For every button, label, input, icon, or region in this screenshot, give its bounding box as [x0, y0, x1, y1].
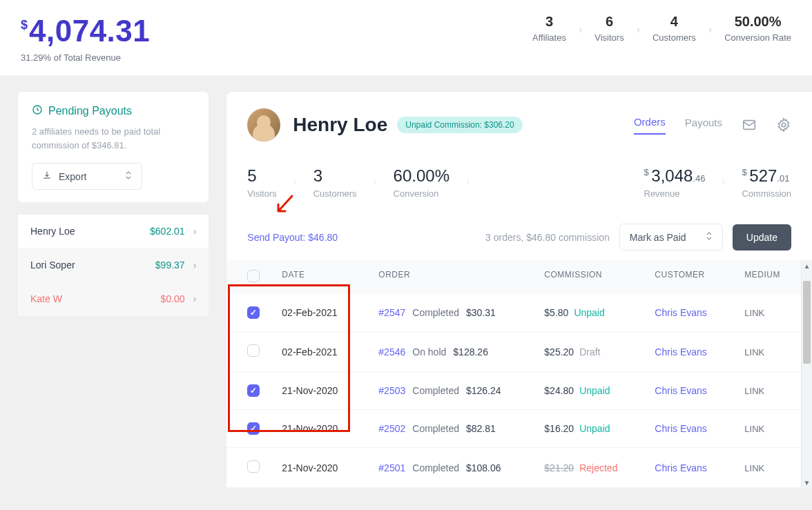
mail-icon[interactable]: [742, 117, 757, 133]
tab-orders[interactable]: Orders: [634, 116, 666, 135]
send-payout-link[interactable]: Send Payout: $46.80: [247, 232, 338, 243]
customer-link[interactable]: Chris Evans: [655, 346, 706, 357]
stat-value: $ 527.01: [742, 166, 791, 186]
pending-payouts-text: 2 affiliates needs to be paid total comm…: [32, 125, 195, 152]
commission-amount: $5.80: [544, 307, 568, 318]
revenue-stat: $ 3,048.46Revenue: [644, 166, 706, 199]
affiliate-stats: 5Visitors›3Customers›60.00%Conversion›$ …: [226, 154, 812, 215]
row-checkbox[interactable]: [247, 460, 260, 473]
cell-date: 02-Feb-2021: [282, 307, 378, 318]
order-status: Completed: [412, 423, 459, 434]
svg-point-2: [782, 123, 786, 127]
stat-label: Customers: [313, 188, 357, 199]
header-stat: 3Affiliates: [532, 14, 566, 43]
affiliate-name: Henry Loe: [293, 114, 387, 136]
order-status: On hold: [412, 346, 446, 357]
header-stats: 3Affiliates›6Visitors›4Customers›50.00%C…: [532, 14, 791, 43]
medium-value: LINK: [744, 463, 764, 473]
affiliate-stat: 5Visitors: [247, 166, 276, 199]
mark-as-paid-select[interactable]: Mark as Paid: [619, 224, 723, 251]
stat-label: Conversion: [394, 188, 450, 199]
scroll-up-icon[interactable]: ▲: [802, 260, 812, 271]
update-button[interactable]: Update: [733, 224, 791, 251]
revenue-block: $ 4,074.31 31.29% of Total Revenue: [21, 14, 150, 63]
affiliate-item-amount: $99.37: [155, 259, 185, 271]
table-row: 02-Feb-2021 #2546On hold$128.26 $25.20Dr…: [226, 332, 801, 372]
order-amount: $108.06: [466, 462, 501, 473]
sidebar-item-affiliate[interactable]: Henry Loe$602.01›: [18, 215, 209, 248]
order-status: Completed: [412, 462, 459, 473]
revenue-subtitle: 31.29% of Total Revenue: [21, 52, 150, 63]
revenue-currency: $: [21, 18, 28, 32]
order-amount: $128.26: [453, 346, 488, 357]
table-row: 21-Nov-2020 #2503Completed$126.24 $24.80…: [226, 372, 801, 410]
customer-link[interactable]: Chris Evans: [655, 462, 706, 473]
commission-amount: $16.20: [544, 423, 574, 434]
affiliate-stat: 3Customers: [313, 166, 357, 199]
order-status: Completed: [412, 307, 459, 318]
chevron-right-icon: ›: [193, 259, 197, 271]
stat-label: Commission: [742, 188, 791, 199]
stat-value: 3: [532, 14, 566, 30]
col-date: DATE: [282, 270, 378, 284]
order-id-link[interactable]: #2547: [378, 307, 405, 318]
tab-payouts[interactable]: Payouts: [685, 117, 722, 134]
sidebar-item-affiliate[interactable]: Kate W$0.00›: [18, 282, 209, 316]
header-stat: 4Customers: [652, 14, 696, 43]
scrollbar-thumb[interactable]: [803, 281, 811, 364]
stat-value: $ 3,048.46: [644, 166, 706, 186]
col-customer: CUSTOMER: [655, 270, 744, 284]
commission-amount: $25.20: [544, 346, 574, 357]
row-checkbox[interactable]: [247, 422, 260, 435]
row-checkbox[interactable]: [247, 306, 260, 319]
table-row: 02-Feb-2021 #2547Completed$30.31 $5.80Un…: [226, 294, 801, 332]
commission-status: Rejected: [579, 462, 617, 473]
order-id-link[interactable]: #2546: [378, 346, 405, 357]
export-label: Export: [59, 171, 86, 182]
chevron-right-icon: ›: [293, 175, 297, 186]
table-row: 21-Nov-2020 #2501Completed$108.06 $21.20…: [226, 448, 801, 488]
download-icon: [42, 170, 52, 182]
pending-payouts-card: Pending Payouts 2 affiliates needs to be…: [18, 92, 209, 202]
order-id-link[interactable]: #2503: [378, 385, 405, 396]
cell-date: 21-Nov-2020: [282, 385, 378, 396]
order-id-link[interactable]: #2501: [378, 462, 405, 473]
cell-date: 21-Nov-2020: [282, 462, 378, 473]
order-amount: $126.24: [466, 385, 501, 396]
cell-date: 21-Nov-2020: [282, 423, 378, 434]
affiliate-item-name: Lori Soper: [30, 259, 155, 271]
chevron-right-icon: ›: [637, 23, 640, 36]
orders-summary: 3 orders, $46.80 commission: [485, 232, 610, 243]
select-chevrons-icon: [125, 170, 132, 182]
stat-label: Conversion Rate: [724, 32, 791, 43]
stat-value: 60.00%: [394, 166, 450, 186]
col-commission: COMMISSION: [544, 270, 655, 284]
commission-status: Unpaid: [574, 307, 604, 318]
row-checkbox[interactable]: [247, 344, 260, 357]
affiliate-list: Henry Loe$602.01›Lori Soper$99.37›Kate W…: [18, 215, 209, 316]
vertical-scrollbar[interactable]: ▲ ▼: [801, 260, 812, 488]
mark-select-label: Mark as Paid: [630, 232, 686, 243]
chevron-right-icon: ›: [466, 175, 470, 186]
customer-link[interactable]: Chris Evans: [655, 307, 706, 318]
customer-link[interactable]: Chris Evans: [655, 423, 706, 434]
col-order: ORDER: [378, 270, 544, 284]
content-panel: Henry Loe Unpaid Commission: $306.20 Ord…: [226, 92, 812, 488]
select-chevrons-icon: [706, 231, 713, 243]
affiliate-item-name: Kate W: [30, 293, 161, 304]
chevron-right-icon: ›: [708, 23, 712, 36]
table-header: DATE ORDER COMMISSION CUSTOMER MEDIUM: [226, 260, 801, 294]
top-header: $ 4,074.31 31.29% of Total Revenue 3Affi…: [0, 0, 812, 75]
customer-link[interactable]: Chris Evans: [655, 385, 706, 396]
header-stat: 50.00%Conversion Rate: [724, 14, 791, 43]
unpaid-commission-badge: Unpaid Commission: $306.20: [397, 117, 522, 133]
gear-icon[interactable]: [776, 117, 791, 133]
select-all-checkbox[interactable]: [247, 270, 260, 282]
row-checkbox[interactable]: [247, 384, 260, 397]
sidebar-item-affiliate[interactable]: Lori Soper$99.37›: [18, 248, 209, 282]
stat-label: Affiliates: [532, 32, 566, 43]
order-id-link[interactable]: #2502: [378, 423, 405, 434]
scroll-down-icon[interactable]: ▼: [802, 477, 812, 488]
export-button[interactable]: Export: [32, 163, 142, 190]
order-amount: $82.81: [466, 423, 496, 434]
